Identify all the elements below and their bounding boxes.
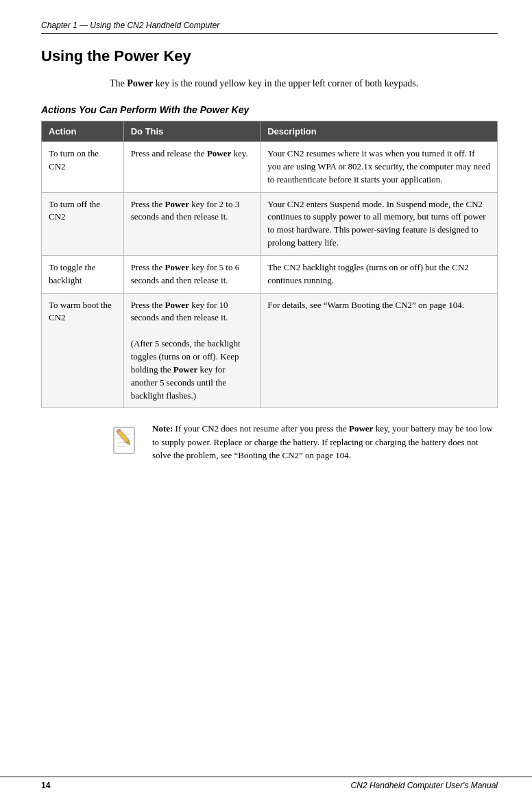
cell-dothis-4: Press the Power key for 10 seconds and t… — [123, 293, 261, 408]
note-text: Note: If your CN2 does not resume after … — [152, 422, 498, 462]
section-title: Using the Power Key — [41, 47, 498, 65]
table-row: To toggle the backlight Press the Power … — [42, 255, 498, 293]
note-box: Note: If your CN2 does not resume after … — [110, 422, 498, 462]
table-header-row: Action Do This Description — [42, 121, 498, 142]
table-row: To turn off the CN2 Press the Power key … — [42, 192, 498, 255]
footer-page-number: 14 — [41, 781, 50, 790]
cell-action-3: To toggle the backlight — [42, 255, 124, 293]
table-row: To warm boot the CN2 Press the Power key… — [42, 293, 498, 408]
chapter-header-text: Chapter 1 — Using the CN2 Handheld Compu… — [41, 21, 219, 30]
actions-table: Action Do This Description To turn on th… — [41, 121, 498, 408]
cell-action-4: To warm boot the CN2 — [42, 293, 124, 408]
col-header-dothis: Do This — [123, 121, 261, 142]
cell-desc-1: Your CN2 resumes where it was when you t… — [261, 142, 498, 193]
page: Chapter 1 — Using the CN2 Handheld Compu… — [0, 0, 532, 804]
col-header-action: Action — [42, 121, 124, 142]
note-power-bold: Power — [349, 423, 373, 434]
cell-desc-3: The CN2 backlight toggles (turns on or o… — [261, 255, 498, 293]
intro-paragraph: The Power key is the round yellow key in… — [110, 76, 498, 91]
cell-dothis-1: Press and release the Power key. — [123, 142, 261, 193]
chapter-header: Chapter 1 — Using the CN2 Handheld Compu… — [41, 21, 498, 34]
cell-dothis-3: Press the Power key for 5 to 6 seconds a… — [123, 255, 261, 293]
power-bold-intro: Power — [127, 78, 153, 88]
note-label: Note: — [152, 423, 173, 434]
cell-desc-2: Your CN2 enters Suspend mode. In Suspend… — [261, 192, 498, 255]
table-row: To turn on the CN2 Press and release the… — [42, 142, 498, 193]
bold-power-4b: Power — [173, 364, 197, 375]
col-header-description: Description — [261, 121, 498, 142]
page-footer: 14 CN2 Handheld Computer User's Manual — [0, 777, 532, 790]
cell-action-1: To turn on the CN2 — [42, 142, 124, 193]
footer-manual-title: CN2 Handheld Computer User's Manual — [351, 781, 498, 790]
pencil-icon — [110, 422, 143, 458]
bold-power-4a: Power — [165, 300, 189, 310]
bold-power-3: Power — [165, 262, 189, 272]
subsection-title: Actions You Can Perform With the Power K… — [41, 104, 498, 115]
note-icon — [110, 422, 143, 458]
bold-power-2: Power — [165, 199, 189, 209]
bold-power-1: Power — [207, 148, 231, 158]
cell-action-2: To turn off the CN2 — [42, 192, 124, 255]
cell-dothis-2: Press the Power key for 2 to 3 seconds a… — [123, 192, 261, 255]
cell-desc-4: For details, see “Warm Booting the CN2” … — [261, 293, 498, 408]
